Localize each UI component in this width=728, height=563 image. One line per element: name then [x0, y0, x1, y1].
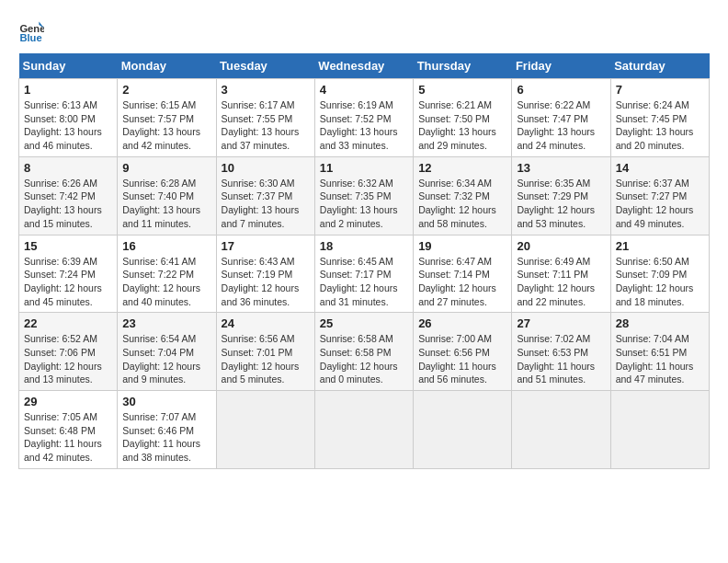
day-number: 16: [122, 239, 210, 253]
day-info: Sunrise: 7:02 AM Sunset: 6:53 PM Dayligh…: [517, 332, 605, 386]
day-info: Sunrise: 6:13 AM Sunset: 8:00 PM Dayligh…: [24, 98, 112, 153]
day-info: Sunrise: 6:49 AM Sunset: 7:11 PM Dayligh…: [517, 255, 605, 309]
calendar-cell: 1Sunrise: 6:13 AM Sunset: 8:00 PM Daylig…: [19, 79, 118, 157]
calendar-cell: 18Sunrise: 6:45 AM Sunset: 7:17 PM Dayli…: [314, 235, 413, 313]
day-number: 15: [24, 239, 112, 253]
day-number: 8: [24, 161, 112, 175]
day-info: Sunrise: 6:24 AM Sunset: 7:45 PM Dayligh…: [616, 98, 704, 153]
calendar-week-2: 15Sunrise: 6:39 AM Sunset: 7:24 PM Dayli…: [19, 235, 710, 313]
day-number: 22: [24, 316, 112, 330]
weekday-header-friday: Friday: [512, 53, 610, 79]
calendar-week-3: 22Sunrise: 6:52 AM Sunset: 7:06 PM Dayli…: [19, 313, 710, 391]
day-info: Sunrise: 6:54 AM Sunset: 7:04 PM Dayligh…: [122, 332, 210, 386]
day-info: Sunrise: 7:07 AM Sunset: 6:46 PM Dayligh…: [122, 410, 210, 465]
calendar-cell: 28Sunrise: 7:04 AM Sunset: 6:51 PM Dayli…: [610, 313, 709, 391]
day-number: 5: [418, 83, 506, 97]
day-number: 21: [616, 239, 704, 253]
day-info: Sunrise: 7:04 AM Sunset: 6:51 PM Dayligh…: [616, 332, 704, 386]
day-info: Sunrise: 7:00 AM Sunset: 6:56 PM Dayligh…: [418, 332, 506, 386]
day-info: Sunrise: 6:47 AM Sunset: 7:14 PM Dayligh…: [418, 255, 506, 309]
calendar-cell: 7Sunrise: 6:24 AM Sunset: 7:45 PM Daylig…: [610, 79, 709, 157]
logo: General Blue: [18, 18, 44, 44]
calendar-cell: 23Sunrise: 6:54 AM Sunset: 7:04 PM Dayli…: [118, 313, 216, 391]
calendar-cell: [216, 391, 314, 469]
calendar-cell: 14Sunrise: 6:37 AM Sunset: 7:27 PM Dayli…: [610, 156, 709, 235]
calendar-cell: 6Sunrise: 6:22 AM Sunset: 7:47 PM Daylig…: [512, 79, 610, 157]
day-number: 25: [320, 316, 408, 330]
day-info: Sunrise: 6:21 AM Sunset: 7:50 PM Dayligh…: [418, 98, 506, 153]
day-info: Sunrise: 6:19 AM Sunset: 7:52 PM Dayligh…: [320, 98, 408, 153]
day-number: 19: [418, 239, 506, 253]
day-number: 24: [222, 316, 310, 330]
day-number: 4: [320, 83, 408, 97]
day-number: 30: [122, 395, 210, 408]
day-number: 7: [616, 83, 704, 97]
day-info: Sunrise: 6:22 AM Sunset: 7:47 PM Dayligh…: [517, 98, 605, 153]
calendar-cell: [314, 391, 413, 469]
calendar-cell: [610, 391, 709, 469]
day-number: 9: [122, 161, 210, 175]
calendar-cell: 19Sunrise: 6:47 AM Sunset: 7:14 PM Dayli…: [414, 235, 512, 313]
weekday-header-tuesday: Tuesday: [216, 53, 314, 79]
calendar-week-0: 1Sunrise: 6:13 AM Sunset: 8:00 PM Daylig…: [19, 79, 710, 157]
day-number: 23: [122, 316, 210, 330]
calendar-cell: 24Sunrise: 6:56 AM Sunset: 7:01 PM Dayli…: [216, 313, 314, 391]
calendar-cell: 15Sunrise: 6:39 AM Sunset: 7:24 PM Dayli…: [19, 235, 118, 313]
day-info: Sunrise: 6:52 AM Sunset: 7:06 PM Dayligh…: [24, 332, 112, 386]
page-header: General Blue: [18, 18, 710, 44]
day-info: Sunrise: 6:45 AM Sunset: 7:17 PM Dayligh…: [320, 255, 408, 309]
day-number: 27: [517, 316, 605, 330]
calendar-cell: 27Sunrise: 7:02 AM Sunset: 6:53 PM Dayli…: [512, 313, 610, 391]
calendar-cell: 22Sunrise: 6:52 AM Sunset: 7:06 PM Dayli…: [19, 313, 118, 391]
day-number: 3: [222, 83, 310, 97]
calendar-cell: 2Sunrise: 6:15 AM Sunset: 7:57 PM Daylig…: [118, 79, 216, 157]
calendar-cell: [414, 391, 512, 469]
calendar-week-4: 29Sunrise: 7:05 AM Sunset: 6:48 PM Dayli…: [19, 391, 710, 469]
day-info: Sunrise: 6:15 AM Sunset: 7:57 PM Dayligh…: [122, 98, 210, 153]
calendar-cell: 5Sunrise: 6:21 AM Sunset: 7:50 PM Daylig…: [414, 79, 512, 157]
day-info: Sunrise: 6:56 AM Sunset: 7:01 PM Dayligh…: [222, 332, 310, 386]
day-info: Sunrise: 6:37 AM Sunset: 7:27 PM Dayligh…: [616, 177, 704, 231]
calendar-cell: 9Sunrise: 6:28 AM Sunset: 7:40 PM Daylig…: [118, 156, 216, 235]
day-number: 10: [222, 161, 310, 175]
day-number: 11: [320, 161, 408, 175]
calendar-cell: 11Sunrise: 6:32 AM Sunset: 7:35 PM Dayli…: [314, 156, 413, 235]
calendar-table: SundayMondayTuesdayWednesdayThursdayFrid…: [18, 53, 710, 469]
calendar-week-1: 8Sunrise: 6:26 AM Sunset: 7:42 PM Daylig…: [19, 156, 710, 235]
calendar-cell: 16Sunrise: 6:41 AM Sunset: 7:22 PM Dayli…: [118, 235, 216, 313]
day-number: 2: [122, 83, 210, 97]
day-info: Sunrise: 7:05 AM Sunset: 6:48 PM Dayligh…: [24, 410, 112, 465]
day-info: Sunrise: 6:41 AM Sunset: 7:22 PM Dayligh…: [122, 255, 210, 309]
calendar-cell: 17Sunrise: 6:43 AM Sunset: 7:19 PM Dayli…: [216, 235, 314, 313]
weekday-header-wednesday: Wednesday: [314, 53, 413, 79]
day-number: 13: [517, 161, 605, 175]
day-number: 17: [222, 239, 310, 253]
day-info: Sunrise: 6:58 AM Sunset: 6:58 PM Dayligh…: [320, 332, 408, 386]
calendar-cell: 13Sunrise: 6:35 AM Sunset: 7:29 PM Dayli…: [512, 156, 610, 235]
day-info: Sunrise: 6:26 AM Sunset: 7:42 PM Dayligh…: [24, 177, 112, 231]
weekday-header-saturday: Saturday: [610, 53, 709, 79]
calendar-cell: 25Sunrise: 6:58 AM Sunset: 6:58 PM Dayli…: [314, 313, 413, 391]
weekday-header-sunday: Sunday: [19, 53, 118, 79]
day-number: 26: [418, 316, 506, 330]
calendar-cell: 26Sunrise: 7:00 AM Sunset: 6:56 PM Dayli…: [414, 313, 512, 391]
calendar-cell: 12Sunrise: 6:34 AM Sunset: 7:32 PM Dayli…: [414, 156, 512, 235]
day-number: 20: [517, 239, 605, 253]
day-info: Sunrise: 6:43 AM Sunset: 7:19 PM Dayligh…: [222, 255, 310, 309]
day-info: Sunrise: 6:39 AM Sunset: 7:24 PM Dayligh…: [24, 255, 112, 309]
calendar-cell: 3Sunrise: 6:17 AM Sunset: 7:55 PM Daylig…: [216, 79, 314, 157]
day-info: Sunrise: 6:28 AM Sunset: 7:40 PM Dayligh…: [122, 177, 210, 231]
day-number: 28: [616, 316, 704, 330]
calendar-cell: 10Sunrise: 6:30 AM Sunset: 7:37 PM Dayli…: [216, 156, 314, 235]
calendar-cell: 30Sunrise: 7:07 AM Sunset: 6:46 PM Dayli…: [118, 391, 216, 469]
svg-text:Blue: Blue: [19, 32, 41, 43]
day-number: 6: [517, 83, 605, 97]
calendar-cell: 29Sunrise: 7:05 AM Sunset: 6:48 PM Dayli…: [19, 391, 118, 469]
day-number: 12: [418, 161, 506, 175]
day-number: 18: [320, 239, 408, 253]
day-info: Sunrise: 6:34 AM Sunset: 7:32 PM Dayligh…: [418, 177, 506, 231]
day-info: Sunrise: 6:30 AM Sunset: 7:37 PM Dayligh…: [222, 177, 310, 231]
day-info: Sunrise: 6:35 AM Sunset: 7:29 PM Dayligh…: [517, 177, 605, 231]
calendar-cell: [512, 391, 610, 469]
day-number: 29: [24, 395, 112, 408]
